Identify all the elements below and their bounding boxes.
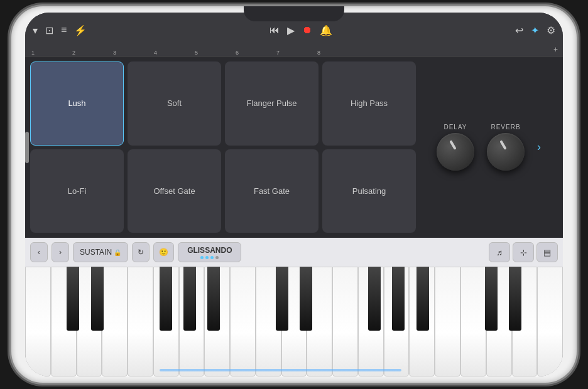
sustain-button[interactable]: SUSTAIN 🔒: [73, 242, 128, 262]
grid-icon: ⊹: [520, 248, 527, 257]
preset-btn-soft[interactable]: Soft: [128, 61, 221, 146]
nav-prev-button[interactable]: ‹: [30, 242, 48, 262]
black-key-12[interactable]: [509, 267, 521, 331]
preset-btn-pulsating[interactable]: Pulsating: [322, 149, 416, 233]
arpeggio-button[interactable]: ↻: [132, 242, 150, 262]
white-key-21[interactable]: [537, 267, 563, 376]
fx-row: DELAY REVERB ›: [437, 124, 541, 171]
black-key-7[interactable]: [300, 267, 312, 331]
metronome-icon[interactable]: 🔔: [320, 24, 332, 36]
dropdown-icon[interactable]: ▾: [33, 24, 38, 36]
emoji-button[interactable]: 🙂: [153, 242, 174, 262]
preset-btn-flanger-pulse[interactable]: Flanger Pulse: [225, 61, 318, 146]
note-icon: ♬: [496, 248, 503, 257]
ruler-mark-5: 5: [193, 50, 234, 56]
toolbar-left: ▾ ⊡ ≡ ⚡: [33, 24, 87, 36]
lock-icon: 🔒: [114, 249, 121, 256]
delay-knob[interactable]: [437, 133, 474, 171]
list-view-icon[interactable]: ≡: [61, 24, 67, 36]
preset-grid: Lush Soft Flanger Pulse High Pass Lo-Fi: [30, 61, 416, 233]
preset-btn-lush[interactable]: Lush: [30, 61, 124, 146]
toolbar-right: ↩ ✦ ⚙: [515, 24, 555, 36]
left-bump: [25, 132, 29, 163]
dot-3: [210, 256, 214, 259]
toolbar-center: ⏮ ▶ ⏺ 🔔: [270, 24, 332, 36]
glissando-dots: [200, 256, 219, 259]
ruler-mark-8: 8: [316, 50, 357, 56]
white-key-9[interactable]: [230, 267, 256, 376]
fx-expand-arrow[interactable]: ›: [537, 141, 541, 154]
preset-btn-offset-gate[interactable]: Offset Gate: [128, 149, 221, 233]
ruler-mark-1: 1: [30, 50, 71, 56]
white-key-1[interactable]: [25, 267, 51, 376]
ruler-mark-2: 2: [71, 50, 112, 56]
screen: ▾ ⊡ ≡ ⚡ ⏮ ▶ ⏺ 🔔 ↩ ✦ ⚙ 1 2 3 4: [25, 13, 563, 376]
reverb-knob[interactable]: [487, 133, 525, 171]
black-key-6[interactable]: [276, 267, 288, 331]
dot-4: [215, 256, 219, 259]
phone-shell: ▾ ⊡ ≡ ⚡ ⏮ ▶ ⏺ 🔔 ↩ ✦ ⚙ 1 2 3 4: [11, 6, 577, 383]
undo-icon[interactable]: ↩: [515, 24, 523, 36]
list-icon: ▤: [543, 248, 551, 257]
note-view-button[interactable]: ♬: [489, 242, 510, 262]
ruler-mark-7: 7: [275, 50, 316, 56]
reverb-knob-group: REVERB: [487, 124, 525, 171]
black-key-1[interactable]: [67, 267, 79, 331]
delay-knob-group: DELAY: [437, 124, 474, 171]
record-icon[interactable]: ⏺: [302, 24, 312, 36]
glissando-label: GLISSANDO: [187, 246, 232, 255]
instrument-panel: Lush Soft Flanger Pulse High Pass Lo-Fi: [25, 56, 563, 238]
ruler-marks: 1 2 3 4 5 6 7 8: [30, 43, 553, 56]
black-key-10[interactable]: [416, 267, 429, 331]
chevron-right-icon: ›: [59, 248, 62, 257]
nav-next-button[interactable]: ›: [52, 242, 69, 262]
black-key-11[interactable]: [485, 267, 498, 331]
right-ctrl-group: ♬ ⊹ ▤: [489, 242, 558, 262]
play-icon[interactable]: ▶: [287, 24, 295, 36]
add-track-icon[interactable]: +: [553, 45, 558, 54]
pitch-bend-bar[interactable]: [160, 369, 401, 371]
black-key-3[interactable]: [160, 267, 172, 331]
black-key-2[interactable]: [91, 267, 104, 331]
glissando-button[interactable]: GLISSANDO: [178, 242, 241, 262]
bottom-controls: ‹ › SUSTAIN 🔒 ↻ 🙂 GLISSANDO: [25, 238, 563, 267]
arpeggio-icon: ↻: [138, 248, 144, 257]
dot-2: [205, 256, 209, 259]
white-key-17[interactable]: [435, 267, 460, 376]
preset-btn-lo-fi[interactable]: Lo-Fi: [30, 149, 124, 233]
mixer-icon[interactable]: ⚡: [74, 24, 87, 36]
piano-wrapper: [25, 267, 563, 376]
notch: [244, 6, 344, 21]
track-view-icon[interactable]: ⊡: [45, 24, 53, 36]
white-key-4[interactable]: [102, 267, 128, 376]
rewind-icon[interactable]: ⏮: [270, 24, 280, 36]
emoji-icon: 🙂: [159, 248, 168, 257]
black-key-5[interactable]: [207, 267, 220, 331]
delay-label: DELAY: [444, 124, 467, 131]
black-key-4[interactable]: [183, 267, 196, 331]
main-content: Lush Soft Flanger Pulse High Pass Lo-Fi: [25, 56, 563, 238]
white-key-13[interactable]: [332, 267, 358, 376]
ruler: 1 2 3 4 5 6 7 8 +: [25, 43, 563, 56]
black-key-9[interactable]: [392, 267, 405, 331]
fx-panel: DELAY REVERB ›: [420, 61, 558, 233]
list-view-button[interactable]: ▤: [536, 242, 558, 262]
preset-btn-high-pass[interactable]: High Pass: [322, 61, 416, 146]
black-key-8[interactable]: [368, 267, 381, 331]
chevron-left-icon: ‹: [38, 248, 40, 257]
ruler-mark-4: 4: [153, 50, 193, 56]
settings-blue-icon[interactable]: ✦: [531, 24, 539, 36]
gear-icon[interactable]: ⚙: [547, 24, 555, 36]
grid-view-button[interactable]: ⊹: [513, 242, 534, 262]
dot-1: [200, 256, 204, 259]
ruler-mark-3: 3: [112, 50, 153, 56]
white-key-18[interactable]: [460, 267, 486, 376]
piano-keys: [25, 267, 563, 376]
ruler-mark-6: 6: [234, 50, 275, 56]
preset-btn-fast-gate[interactable]: Fast Gate: [225, 149, 318, 233]
reverb-label: REVERB: [491, 124, 520, 131]
white-key-5[interactable]: [128, 267, 153, 376]
sustain-label: SUSTAIN: [80, 248, 112, 257]
